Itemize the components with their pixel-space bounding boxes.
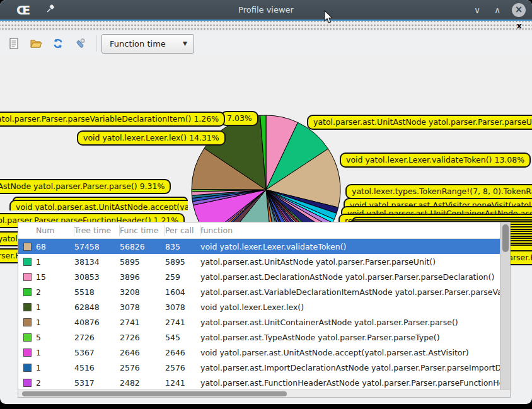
dock-handle[interactable] bbox=[0, 21, 532, 32]
table-row[interactable]: 527262726545yatol.parser.ast.TypeAstNode… bbox=[18, 330, 501, 345]
open-file-button[interactable] bbox=[28, 35, 44, 52]
cell-num-calls: 1 bbox=[36, 363, 74, 372]
cell-func-time: 2741 bbox=[120, 318, 165, 327]
minimize-button[interactable]: ∨ bbox=[471, 5, 483, 15]
pie-label: yatol.lexer.types.TokenRange!(7, 8, 0).T… bbox=[345, 184, 532, 199]
cell-tree-time: 40876 bbox=[74, 318, 120, 327]
cell-per-call: 545 bbox=[165, 333, 200, 342]
toolbar: Function time ▼ bbox=[0, 32, 532, 55]
pie-label: void yatol.lexer.Lexer.validateToken() 1… bbox=[340, 153, 531, 168]
cell-function: yatol.parser.ast.UnitContainerAstNode ya… bbox=[200, 318, 501, 327]
cell-tree-time: 5317 bbox=[74, 378, 120, 388]
color-swatch bbox=[23, 318, 32, 326]
column-header-num-calls[interactable]: Num calls bbox=[36, 225, 74, 236]
cell-num-calls: 1 bbox=[36, 302, 74, 312]
titlebar[interactable]: Œ Profile viewer ∨ ∧ × bbox=[0, 0, 532, 20]
column-header-tree-time[interactable]: Tree time bbox=[74, 225, 120, 236]
cell-function: yatol.parser.ast.TypeAstNode yatol.parse… bbox=[200, 333, 501, 342]
refresh-button[interactable] bbox=[50, 35, 66, 52]
cell-per-call: 2576 bbox=[165, 363, 200, 372]
chevron-down-icon: ▼ bbox=[183, 40, 187, 47]
column-header-func-time[interactable]: Func time bbox=[120, 225, 165, 236]
cell-num-calls: 15 bbox=[36, 272, 74, 282]
cell-num-calls: 2 bbox=[36, 287, 74, 297]
cell-per-call: 3078 bbox=[165, 302, 200, 312]
cell-num-calls: 2 bbox=[36, 378, 74, 388]
report-button[interactable] bbox=[6, 35, 22, 52]
cell-tree-time: 2726 bbox=[74, 333, 120, 342]
cell-function: yatol.parser.ast.FunctionHeaderAstNode y… bbox=[200, 378, 501, 388]
color-swatch bbox=[23, 349, 32, 357]
maximize-button[interactable]: ∧ bbox=[492, 5, 503, 15]
vertical-scrollbar[interactable] bbox=[500, 222, 510, 390]
cell-per-call: 259 bbox=[165, 272, 200, 282]
table-row[interactable]: 16284830783078void yatol.lexer.Lexer.lex… bbox=[18, 299, 501, 314]
options-button[interactable] bbox=[72, 35, 88, 52]
pie-label-clipped: void yatol.parser.ast.UnitAstNode.accept… bbox=[9, 200, 188, 210]
table-row[interactable]: 15308533896259yatol.parser.ast.Declarati… bbox=[18, 269, 501, 284]
vertical-scrollbar-thumb[interactable] bbox=[502, 224, 509, 252]
cell-function: yatol.parser.ast.UnitAstNode yatol.parse… bbox=[200, 257, 501, 267]
cell-num-calls: 1 bbox=[36, 318, 74, 327]
color-swatch bbox=[23, 379, 32, 387]
column-header-function[interactable]: function bbox=[200, 226, 510, 235]
cell-per-call: 2741 bbox=[165, 318, 200, 327]
dropdown-value: Function time bbox=[110, 39, 166, 49]
cell-function: void yatol.lexer.Lexer.validateToken() bbox=[200, 242, 501, 251]
cell-func-time: 3078 bbox=[120, 302, 165, 312]
view-mode-dropdown[interactable]: Function time ▼ bbox=[101, 34, 194, 54]
table-row[interactable]: 14087627412741yatol.parser.ast.UnitConta… bbox=[18, 314, 501, 330]
pie-label: yatol.parser.ast.UnitContainerAstNode ya… bbox=[0, 179, 171, 194]
table-row[interactable]: 13813458955895yatol.parser.ast.UnitAstNo… bbox=[18, 254, 501, 269]
close-button[interactable]: × bbox=[512, 3, 526, 17]
pie-label: yatol.parser.ast.VariableDeclarationItem… bbox=[0, 112, 225, 127]
horizontal-scrollbar[interactable] bbox=[18, 389, 510, 397]
cell-tree-time: 57458 bbox=[74, 242, 120, 251]
cell-tree-time: 4516 bbox=[74, 363, 120, 372]
cell-num-calls: 1 bbox=[36, 257, 74, 267]
cell-func-time: 2482 bbox=[120, 378, 165, 388]
refresh-icon bbox=[52, 38, 64, 49]
color-swatch bbox=[23, 273, 32, 281]
cell-tree-time: 38134 bbox=[74, 257, 120, 267]
mouse-cursor bbox=[324, 10, 334, 24]
cell-num-calls: 68 bbox=[36, 242, 74, 251]
cell-num-calls: 5 bbox=[36, 333, 74, 342]
table-row[interactable]: 685745856826835void yatol.lexer.Lexer.va… bbox=[18, 239, 501, 254]
table-row[interactable]: 1451625762576yatol.parser.ast.ImportDecl… bbox=[18, 360, 501, 375]
table-row[interactable]: 2551832081604yatol.parser.ast.VariableDe… bbox=[18, 284, 501, 299]
pie-label-clipped: void yatol.parser.ast.AstVisitor.noneVis… bbox=[344, 198, 532, 207]
column-header-per-call[interactable]: Per call bbox=[165, 225, 200, 236]
table-body: 685745856826835void yatol.lexer.Lexer.va… bbox=[18, 239, 510, 390]
cell-per-call: 1241 bbox=[165, 378, 200, 388]
cell-func-time: 5895 bbox=[120, 257, 165, 267]
open-folder-icon bbox=[30, 38, 42, 49]
table-row[interactable]: 1536726462646void yatol.parser.ast.UnitA… bbox=[18, 345, 501, 360]
pie-label: void yatol.parser.ast.AstVisitor.noneVis… bbox=[344, 198, 532, 207]
table-header[interactable]: Num calls Tree time Func time Per call f… bbox=[18, 222, 510, 239]
cell-per-call: 1604 bbox=[165, 287, 200, 297]
cell-per-call: 2646 bbox=[165, 348, 200, 357]
dock-close-button[interactable]: x bbox=[517, 21, 522, 30]
cell-func-time: 3208 bbox=[120, 287, 165, 297]
color-swatch bbox=[23, 258, 32, 266]
pie-label: 7.03% bbox=[221, 111, 258, 126]
window-title: Profile viewer bbox=[0, 5, 532, 14]
cell-func-time: 56826 bbox=[120, 242, 165, 251]
color-swatch bbox=[23, 243, 32, 251]
cell-func-time: 2576 bbox=[120, 363, 165, 372]
color-swatch bbox=[23, 288, 32, 296]
results-table: Num calls Tree time Func time Per call f… bbox=[18, 222, 511, 398]
cell-function: yatol.parser.ast.VariableDeclarationItem… bbox=[200, 287, 501, 297]
cell-num-calls: 1 bbox=[36, 348, 74, 357]
pie-label: void yatol.parser.ast.UnitAstNode.accept… bbox=[9, 200, 188, 210]
table-row[interactable]: 2531724821241yatol.parser.ast.FunctionHe… bbox=[18, 375, 501, 390]
horizontal-scrollbar-thumb[interactable] bbox=[22, 391, 287, 396]
cell-per-call: 835 bbox=[165, 242, 200, 251]
color-swatch bbox=[23, 364, 32, 372]
wrench-icon bbox=[74, 38, 86, 49]
cell-tree-time: 30853 bbox=[74, 272, 120, 282]
cell-func-time: 2646 bbox=[120, 348, 165, 357]
pie-chart-area: 7.03% yatol.parser.ast.VariableDeclarati… bbox=[0, 55, 532, 222]
pie-label: yatol.parser.ast.UnitAstNode yatol.parse… bbox=[307, 115, 532, 130]
